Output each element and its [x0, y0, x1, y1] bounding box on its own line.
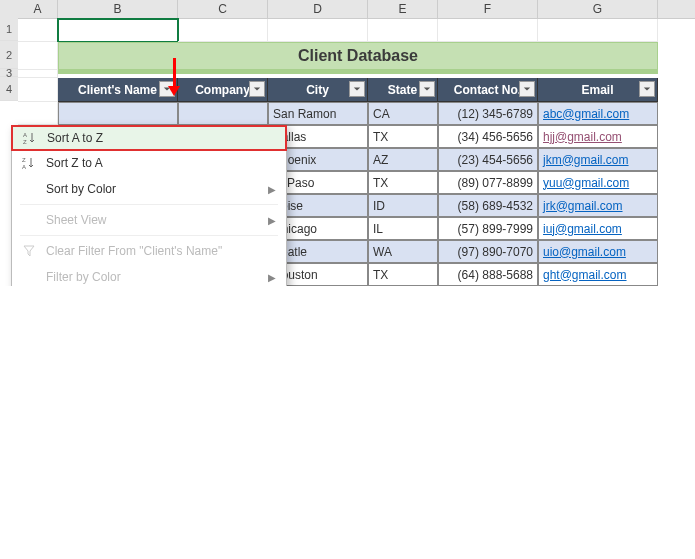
col-header-E[interactable]: E — [368, 0, 438, 18]
menu-separator — [20, 204, 278, 205]
chevron-right-icon: ▶ — [268, 184, 276, 195]
menu-sort-az[interactable]: AZ Sort A to Z — [11, 125, 287, 151]
cell-B1[interactable] — [58, 19, 178, 42]
row-num-2[interactable]: 2 — [0, 41, 18, 69]
corner-cell[interactable] — [0, 0, 18, 18]
column-header-state[interactable]: State — [368, 78, 438, 102]
email-link[interactable]: hjj@gmail.com — [543, 130, 622, 144]
menu-sort-color-label: Sort by Color — [46, 182, 116, 196]
svg-text:Z: Z — [22, 157, 26, 163]
cell-gutter[interactable] — [18, 102, 58, 125]
email-link[interactable]: abc@gmail.com — [543, 107, 629, 121]
cell-name[interactable] — [58, 102, 178, 125]
cell-A4[interactable] — [18, 78, 58, 102]
cell-C1[interactable] — [178, 19, 268, 42]
cell-contact[interactable]: (57) 899-7999 — [438, 217, 538, 240]
filter-button-email[interactable] — [639, 81, 655, 97]
menu-sort-az-label: Sort A to Z — [47, 131, 103, 145]
col-header-C[interactable]: C — [178, 0, 268, 18]
email-link[interactable]: jkm@gmail.com — [543, 153, 629, 167]
cell-city[interactable]: San Ramon — [268, 102, 368, 125]
header-email-label: Email — [581, 83, 613, 97]
header-contact-label: Contact No. — [454, 83, 521, 97]
cell-E1[interactable] — [368, 19, 438, 42]
table-row: San RamonCA(12) 345-6789abc@gmail.com — [18, 102, 695, 125]
header-city-label: City — [306, 83, 329, 97]
cell-email[interactable]: ght@gmail.com — [538, 263, 658, 286]
cell-contact[interactable]: (64) 888-5688 — [438, 263, 538, 286]
cell-state[interactable]: TX — [368, 263, 438, 286]
sort-az-icon: AZ — [21, 129, 39, 147]
column-header-contact[interactable]: Contact No. — [438, 78, 538, 102]
cell-state[interactable]: AZ — [368, 148, 438, 171]
col-header-G[interactable]: G — [538, 0, 658, 18]
cell-email[interactable]: iuj@gmail.com — [538, 217, 658, 240]
col-header-A[interactable]: A — [18, 0, 58, 18]
cell-F1[interactable] — [438, 19, 538, 42]
row-2: Client Database — [18, 42, 695, 70]
row-numbers: 1 2 3 4 — [0, 18, 18, 101]
chevron-right-icon: ▶ — [268, 272, 276, 283]
menu-sort-za[interactable]: ZA Sort Z to A — [12, 150, 286, 176]
blank-icon — [20, 268, 38, 286]
svg-text:Z: Z — [23, 139, 27, 145]
cell-G1[interactable] — [538, 19, 658, 42]
email-link[interactable]: iuj@gmail.com — [543, 222, 622, 236]
menu-sort-za-label: Sort Z to A — [46, 156, 103, 170]
cell-company[interactable] — [178, 102, 268, 125]
cell-state[interactable]: TX — [368, 125, 438, 148]
cell-email[interactable]: abc@gmail.com — [538, 102, 658, 125]
cell-contact[interactable]: (12) 345-6789 — [438, 102, 538, 125]
column-headers-row: A B C D E F G — [0, 0, 695, 19]
email-link[interactable]: uio@gmail.com — [543, 245, 626, 259]
cell-email[interactable]: hjj@gmail.com — [538, 125, 658, 148]
cell-state[interactable]: TX — [368, 171, 438, 194]
svg-text:A: A — [22, 164, 26, 170]
title-underline — [58, 70, 658, 74]
email-link[interactable]: ght@gmail.com — [543, 268, 627, 282]
cell-state[interactable]: WA — [368, 240, 438, 263]
menu-filter-color: Filter by Color ▶ — [12, 264, 286, 286]
column-header-city[interactable]: City — [268, 78, 368, 102]
column-header-email[interactable]: Email — [538, 78, 658, 102]
row-num-1[interactable]: 1 — [0, 18, 18, 41]
cell-A2[interactable] — [18, 42, 58, 70]
email-link[interactable]: yuu@gmail.com — [543, 176, 629, 190]
cell-contact[interactable]: (89) 077-8899 — [438, 171, 538, 194]
cell-email[interactable]: yuu@gmail.com — [538, 171, 658, 194]
cell-contact[interactable]: (23) 454-5656 — [438, 148, 538, 171]
cell-contact[interactable]: (58) 689-4532 — [438, 194, 538, 217]
filter-button-contact[interactable] — [519, 81, 535, 97]
chevron-right-icon: ▶ — [268, 215, 276, 226]
title-cell[interactable]: Client Database — [58, 42, 658, 70]
menu-sort-color[interactable]: Sort by Color ▶ — [12, 176, 286, 202]
cell-contact[interactable]: (97) 890-7070 — [438, 240, 538, 263]
cell-email[interactable]: jrk@gmail.com — [538, 194, 658, 217]
svg-text:A: A — [23, 132, 27, 138]
filter-button-state[interactable] — [419, 81, 435, 97]
email-link[interactable]: jrk@gmail.com — [543, 199, 623, 213]
cell-A3[interactable] — [18, 70, 58, 78]
cell-email[interactable]: jkm@gmail.com — [538, 148, 658, 171]
cell-state[interactable]: IL — [368, 217, 438, 240]
table-header-row: Client's Name Company City State Contact… — [18, 78, 695, 102]
row-3 — [18, 70, 695, 78]
menu-sheet-view-label: Sheet View — [46, 213, 107, 227]
sort-za-icon: ZA — [20, 154, 38, 172]
cell-state[interactable]: ID — [368, 194, 438, 217]
row-num-4[interactable]: 4 — [0, 77, 18, 101]
col-header-B[interactable]: B — [58, 0, 178, 18]
cell-A1[interactable] — [18, 19, 58, 42]
col-header-D[interactable]: D — [268, 0, 368, 18]
row-num-3[interactable]: 3 — [0, 69, 18, 77]
cell-state[interactable]: CA — [368, 102, 438, 125]
cell-contact[interactable]: (34) 456-5656 — [438, 125, 538, 148]
column-header-company[interactable]: Company — [178, 78, 268, 102]
filter-button-city[interactable] — [349, 81, 365, 97]
col-header-F[interactable]: F — [438, 0, 538, 18]
column-header-name[interactable]: Client's Name — [58, 78, 178, 102]
filter-button-company[interactable] — [249, 81, 265, 97]
cell-email[interactable]: uio@gmail.com — [538, 240, 658, 263]
cell-D1[interactable] — [268, 19, 368, 42]
annotation-arrow — [168, 58, 180, 96]
